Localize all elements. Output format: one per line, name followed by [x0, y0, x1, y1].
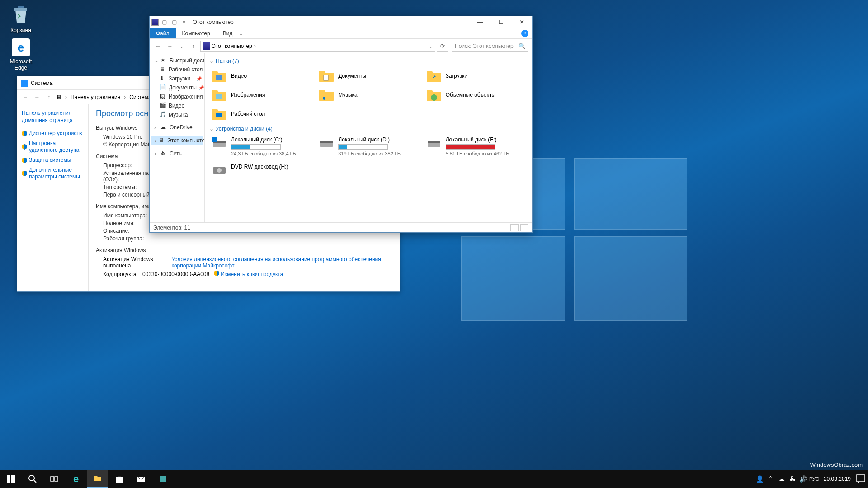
maximize-button[interactable]: ☐	[491, 16, 511, 28]
search-input[interactable]: Поиск: Этот компьютер 🔍	[452, 41, 528, 52]
license-terms-link[interactable]: Условия лицензионного соглашения на испо…	[172, 256, 392, 269]
minimize-button[interactable]: —	[470, 16, 491, 28]
tab-file[interactable]: Файл	[150, 28, 176, 38]
help-button[interactable]: ?	[521, 30, 528, 37]
drives-group-header[interactable]: ⌄Устройства и диски (4)	[209, 126, 528, 132]
action-center-button[interactable]	[855, 470, 866, 488]
cp-home-link[interactable]: Панель управления — домашняя страница	[22, 110, 84, 124]
advanced-settings-link[interactable]: Дополнительные параметры системы	[22, 167, 84, 181]
recent-dropdown[interactable]: ⌄	[177, 41, 187, 51]
folder-music[interactable]: Музыка	[316, 86, 420, 104]
svg-rect-8	[320, 141, 333, 143]
product-key-value: 00330-80000-00000-AA008	[142, 271, 209, 277]
folder-video[interactable]: Видео	[209, 67, 313, 85]
drive-item[interactable]: Локальный диск (E:)5,81 ГБ свободно из 4…	[424, 135, 528, 158]
svg-line-18	[34, 480, 36, 483]
tree-network[interactable]: ›🖧Сеть	[151, 149, 203, 158]
tree-onedrive[interactable]: ›☁OneDrive	[151, 123, 203, 132]
pin-icon: 📌	[196, 76, 202, 81]
tray-overflow-icon[interactable]: ˄	[766, 470, 776, 488]
language-indicator[interactable]: РУС	[809, 470, 819, 488]
taskbar-edge[interactable]: e	[65, 470, 87, 488]
tree-pictures[interactable]: 🖼Изображения📌	[151, 92, 203, 101]
forward-button[interactable]: →	[33, 93, 42, 102]
edge-icon[interactable]: e Microsoft Edge	[4, 38, 38, 71]
drive-item[interactable]: Локальный диск (D:)319 ГБ свободно из 38…	[316, 135, 420, 158]
dvd-drive-icon	[211, 164, 227, 176]
documents-icon: 📄	[160, 84, 167, 91]
drive-item[interactable]: DVD RW дисковод (H:)	[209, 162, 313, 178]
shield-icon	[214, 271, 219, 277]
trash-icon	[10, 4, 32, 25]
taskbar-mail[interactable]	[130, 470, 152, 488]
remote-settings-link[interactable]: Настройка удаленного доступа	[22, 140, 84, 154]
status-bar: Элементов: 11	[150, 222, 532, 232]
folder-desktop[interactable]: Рабочий стол	[209, 105, 313, 123]
taskbar-store[interactable]	[108, 470, 130, 488]
svg-rect-10	[428, 141, 440, 143]
tree-music[interactable]: 🎵Музыка	[151, 110, 203, 119]
content-area: ⌄Папки (7) Видео Документы Загрузки Изоб…	[205, 53, 532, 222]
qat-properties-icon[interactable]: ▢	[160, 18, 169, 27]
svg-rect-23	[857, 475, 865, 482]
tree-video[interactable]: 🎬Видео	[151, 101, 203, 110]
network-tray-icon[interactable]: 🖧	[788, 470, 797, 488]
refresh-button[interactable]: ⟳	[437, 41, 448, 52]
start-button[interactable]	[0, 470, 22, 488]
volume-icon[interactable]: 🔊	[798, 470, 808, 488]
back-button[interactable]: ←	[21, 93, 30, 102]
folder-3d-objects[interactable]: Объемные объекты	[424, 86, 528, 104]
onedrive-tray-icon[interactable]: ☁	[777, 470, 787, 488]
star-icon: ★	[160, 57, 168, 64]
activation-status: Активация Windows выполнена	[103, 256, 167, 269]
folder-downloads[interactable]: Загрузки	[424, 67, 528, 85]
drive-item[interactable]: Локальный диск (C:)24,3 ГБ свободно из 3…	[209, 135, 313, 158]
folders-group-header[interactable]: ⌄Папки (7)	[209, 58, 528, 64]
edge-logo-icon: e	[12, 38, 30, 56]
close-button[interactable]: ✕	[511, 16, 532, 28]
tree-downloads[interactable]: ⬇Загрузки📌	[151, 74, 203, 83]
task-view-button[interactable]	[43, 470, 65, 488]
ribbon: Файл Компьютер Вид ⌄ ?	[150, 28, 532, 39]
svg-rect-0	[216, 75, 222, 80]
qat-new-folder-icon[interactable]: ▢	[170, 18, 179, 27]
this-pc-icon	[203, 42, 210, 50]
pin-icon: 📌	[198, 85, 204, 90]
svg-rect-19	[51, 477, 54, 481]
tab-view[interactable]: Вид	[217, 28, 239, 38]
folder-documents[interactable]: Документы	[316, 67, 420, 85]
people-icon[interactable]: 👤	[755, 470, 765, 488]
tree-this-pc[interactable]: ›🖥Этот компьютер	[151, 136, 203, 145]
drive-usage-bar	[338, 144, 388, 150]
forward-button[interactable]: →	[165, 41, 175, 51]
shield-icon	[22, 171, 27, 176]
tree-desktop[interactable]: 🖥Рабочий стол📌	[151, 65, 203, 74]
tree-documents[interactable]: 📄Документы📌	[151, 83, 203, 92]
taskbar-app[interactable]	[152, 470, 174, 488]
address-dropdown-icon[interactable]: ⌄	[429, 43, 433, 49]
explorer-titlebar[interactable]: ▢ ▢ ▾ Этот компьютер — ☐ ✕	[150, 16, 532, 28]
search-button[interactable]	[22, 470, 43, 488]
downloads-folder-icon	[426, 69, 442, 83]
device-manager-link[interactable]: Диспетчер устройств	[22, 130, 84, 137]
crumb-cp[interactable]: Панель управления	[71, 94, 120, 100]
clock[interactable]: 20.03.2019	[820, 476, 854, 482]
up-button[interactable]: ↑	[189, 41, 198, 51]
back-button[interactable]: ←	[153, 41, 163, 51]
address-bar[interactable]: Этот компьютер › ⌄	[200, 41, 435, 52]
tab-computer[interactable]: Компьютер	[176, 28, 217, 38]
tiles-view-button[interactable]	[520, 224, 528, 231]
change-key-link[interactable]: Изменить ключ продукта	[214, 271, 283, 277]
see-also-head: См. также	[89, 287, 392, 291]
details-view-button[interactable]	[510, 224, 519, 231]
recycle-bin-icon[interactable]: Корзина	[4, 4, 38, 33]
up-button[interactable]: ↑	[44, 93, 53, 102]
svg-rect-6	[212, 137, 217, 142]
ribbon-expand-icon[interactable]: ⌄	[239, 30, 243, 37]
tree-quick-access[interactable]: ⌄★Быстрый доступ	[151, 56, 203, 65]
address-bar-row: ← → ⌄ ↑ Этот компьютер › ⌄ ⟳ Поиск: Этот…	[150, 39, 532, 53]
system-protection-link[interactable]: Защита системы	[22, 157, 84, 164]
folder-pictures[interactable]: Изображения	[209, 86, 313, 104]
taskbar-explorer[interactable]	[87, 470, 108, 488]
qat-dropdown-icon[interactable]: ▾	[179, 18, 189, 27]
